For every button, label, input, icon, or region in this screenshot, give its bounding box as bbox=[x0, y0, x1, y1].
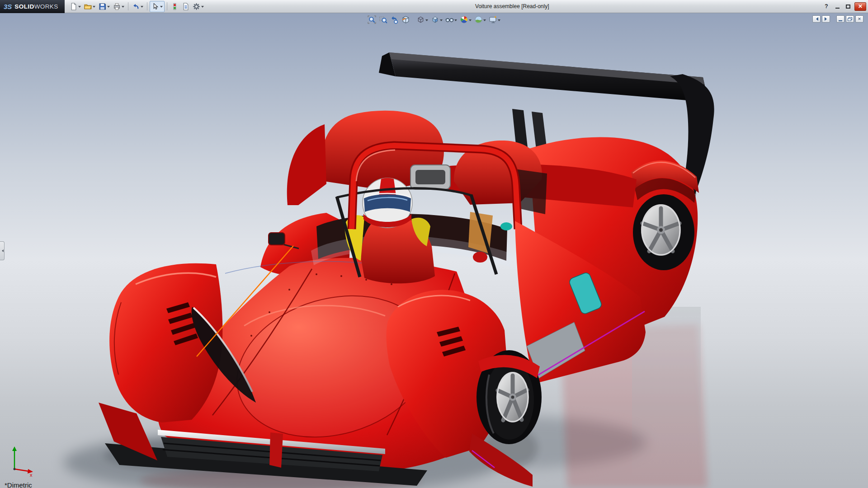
open-folder-icon bbox=[84, 3, 92, 10]
rebuild-icon bbox=[171, 3, 179, 10]
new-document-icon bbox=[70, 3, 77, 10]
minimize-button[interactable] bbox=[833, 2, 842, 11]
file-properties-button[interactable] bbox=[180, 1, 191, 12]
orientation-triad: x bbox=[6, 443, 35, 477]
featuremanager-flyout-tab[interactable] bbox=[0, 241, 5, 260]
hide-show-items-icon bbox=[445, 15, 454, 24]
3ds-logo-icon: 3S bbox=[4, 3, 12, 10]
print-icon bbox=[113, 3, 121, 10]
view-settings-icon bbox=[489, 15, 497, 24]
next-document-button[interactable] bbox=[822, 15, 830, 23]
minimize-document-button[interactable] bbox=[836, 15, 844, 23]
edit-appearance-button[interactable] bbox=[459, 14, 472, 25]
view-settings-button[interactable] bbox=[488, 14, 501, 25]
minimize-icon bbox=[835, 8, 840, 9]
toolbar-separator bbox=[128, 2, 128, 10]
side-mirror[interactable] bbox=[269, 233, 285, 245]
display-style-icon bbox=[431, 15, 439, 24]
save-button[interactable] bbox=[97, 1, 111, 12]
zoom-to-fit-button[interactable] bbox=[367, 14, 377, 25]
maximize-icon bbox=[846, 5, 850, 9]
previous-view-icon bbox=[390, 15, 399, 24]
apply-scene-button[interactable] bbox=[473, 14, 487, 25]
view-orientation-icon bbox=[416, 15, 425, 24]
toolbar-separator bbox=[147, 2, 147, 10]
previous-document-button[interactable] bbox=[812, 15, 821, 23]
save-icon bbox=[99, 3, 106, 10]
triad-x-label: x bbox=[30, 472, 33, 477]
display-style-button[interactable] bbox=[430, 14, 443, 25]
apply-scene-icon bbox=[474, 15, 483, 24]
heads-up-toolbar bbox=[367, 14, 501, 25]
select-cursor-icon bbox=[151, 3, 159, 10]
document-window-controls: ✕ bbox=[812, 15, 863, 23]
rear-wheel[interactable] bbox=[631, 160, 699, 270]
restore-document-icon bbox=[848, 17, 852, 21]
print-button[interactable] bbox=[112, 1, 126, 12]
driver-helmet[interactable] bbox=[363, 178, 412, 228]
zoom-to-area-icon bbox=[379, 15, 387, 24]
model-render[interactable] bbox=[0, 13, 868, 488]
next-document-icon bbox=[825, 17, 829, 21]
window-controls: ? ✕ bbox=[822, 2, 868, 11]
options-gear-icon bbox=[193, 3, 200, 10]
hide-show-items-button[interactable] bbox=[444, 14, 458, 25]
section-view-icon bbox=[401, 15, 410, 24]
previous-document-icon bbox=[814, 17, 818, 21]
solidworks-window: 3S SOLIDWORKS bbox=[0, 0, 868, 488]
brand-text: SOLIDWORKS bbox=[14, 3, 58, 10]
standard-toolbar bbox=[65, 1, 209, 12]
undo-icon bbox=[132, 3, 140, 10]
title-bar: 3S SOLIDWORKS bbox=[0, 0, 868, 13]
front-wheel[interactable] bbox=[476, 350, 542, 444]
view-orientation-button[interactable] bbox=[415, 14, 429, 25]
rebuild-button[interactable] bbox=[170, 1, 180, 12]
file-properties-icon bbox=[182, 3, 189, 10]
maximize-button[interactable] bbox=[844, 2, 853, 11]
close-icon: ✕ bbox=[858, 3, 863, 9]
section-view-button[interactable] bbox=[401, 14, 411, 25]
restore-document-button[interactable] bbox=[846, 15, 854, 23]
previous-view-button[interactable] bbox=[389, 14, 400, 25]
close-document-button[interactable]: ✕ bbox=[855, 15, 863, 23]
undo-button[interactable] bbox=[131, 1, 145, 12]
zoom-to-area-button[interactable] bbox=[378, 14, 388, 25]
solidworks-logo: 3S SOLIDWORKS bbox=[0, 0, 65, 13]
select-tool-button[interactable] bbox=[150, 1, 165, 12]
options-button[interactable] bbox=[191, 1, 205, 12]
graphics-area[interactable]: ✕ x *Dimetric bbox=[0, 13, 868, 488]
window-title: Voiture assemblee [Read-only] bbox=[475, 3, 549, 9]
new-document-button[interactable] bbox=[68, 1, 82, 12]
minimize-document-icon bbox=[839, 20, 842, 21]
zoom-to-fit-icon bbox=[368, 15, 376, 24]
toolbar-separator bbox=[167, 2, 167, 10]
edit-appearance-icon bbox=[460, 15, 468, 24]
view-orientation-label: *Dimetric bbox=[5, 481, 32, 488]
help-button[interactable]: ? bbox=[822, 2, 831, 11]
open-document-button[interactable] bbox=[83, 1, 97, 12]
close-document-icon: ✕ bbox=[858, 17, 861, 21]
close-button[interactable]: ✕ bbox=[854, 2, 866, 11]
collapse-arrow-icon bbox=[0, 249, 4, 252]
